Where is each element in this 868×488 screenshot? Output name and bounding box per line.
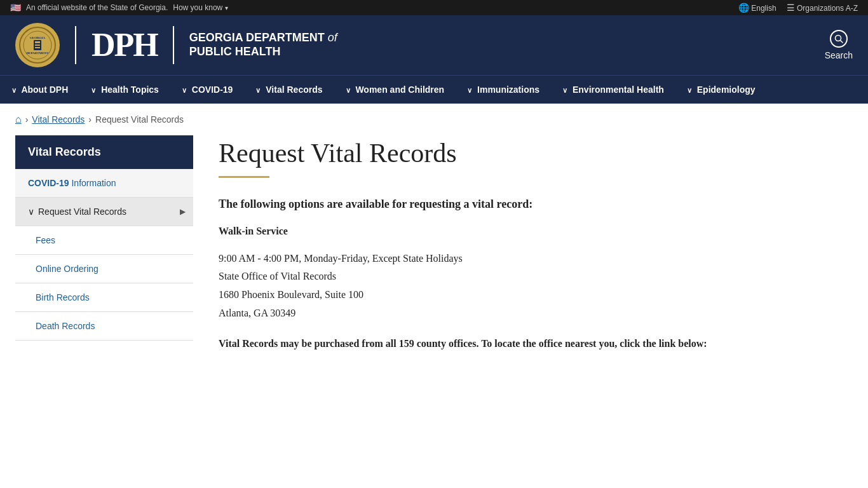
sidebar-item-covid19-info: COVID-19 Information xyxy=(15,169,193,198)
nav-label-env-health: Environmental Health xyxy=(573,85,664,95)
chevron-down-icon: ▾ xyxy=(225,4,228,11)
svg-rect-7 xyxy=(35,47,40,48)
sidebar-label-death-records: Death Records xyxy=(36,321,95,331)
breadcrumb-sep2: › xyxy=(88,114,92,125)
breadcrumb-vital-records-label: Vital Records xyxy=(32,114,85,125)
logo-divider xyxy=(75,26,76,64)
nav-link-about[interactable]: ∨ About DPH xyxy=(0,76,79,104)
svg-text:DEPARTMENT: DEPARTMENT xyxy=(26,51,49,55)
walk-in-address2: Atlanta, GA 30349 xyxy=(219,304,853,323)
nav-link-health-topics[interactable]: ∨ Health Topics xyxy=(79,76,170,104)
svg-rect-5 xyxy=(35,41,40,43)
covid19-rest: Information xyxy=(71,178,116,188)
nav-link-env-health[interactable]: ∨ Environmental Health xyxy=(551,76,675,104)
sidebar-item-online-ordering: Online Ordering xyxy=(15,255,193,283)
nav-chevron-health: ∨ xyxy=(91,86,96,94)
sidebar-item-death-records: Death Records xyxy=(15,312,193,341)
main-layout: Vital Records COVID-19 Information ∨ Req… xyxy=(0,135,868,387)
sidebar: Vital Records COVID-19 Information ∨ Req… xyxy=(15,135,193,362)
sidebar-item-birth-records: Birth Records xyxy=(15,283,193,312)
search-icon xyxy=(830,30,848,48)
nav-chevron-covid: ∨ xyxy=(182,86,187,94)
nav-chevron-vital: ∨ xyxy=(255,86,261,94)
intro-paragraph: The following options are available for … xyxy=(219,196,853,213)
nav-link-epidemiology[interactable]: ∨ Epidemiology xyxy=(675,76,767,104)
content-section: The following options are available for … xyxy=(219,196,853,351)
walk-in-title: Walk-in Service xyxy=(219,223,853,240)
dept-line1: GEORGIA DEPARTMENT xyxy=(189,31,325,44)
main-nav: ∨ About DPH ∨ Health Topics ∨ COVID-19 ∨… xyxy=(0,75,868,104)
nav-link-vital-records[interactable]: ∨ Vital Records xyxy=(244,76,334,104)
how-you-know-label: How you know xyxy=(173,3,222,12)
covid19-bold: COVID-19 xyxy=(28,178,69,188)
walk-in-hours: 9:00 AM - 4:00 PM, Monday-Friday, Except… xyxy=(219,250,853,268)
department-name: GEORGIA DEPARTMENT of PUBLIC HEALTH xyxy=(189,31,337,58)
nav-label-covid: COVID-19 xyxy=(192,85,233,95)
county-paragraph: Vital Records may be purchased from all … xyxy=(219,336,853,352)
main-content: Request Vital Records The following opti… xyxy=(219,135,853,362)
organizations-link[interactable]: ☰ Organizations A-Z xyxy=(787,3,858,13)
nav-label-women-children: Women and Children xyxy=(355,85,444,95)
breadcrumb-vital-records-link[interactable]: Vital Records xyxy=(32,114,85,125)
nav-link-immunizations[interactable]: ∨ Immunizations xyxy=(456,76,551,104)
top-bar-left: 🇺🇸 An official website of the State of G… xyxy=(10,3,228,13)
svg-text:GEORGIA: GEORGIA xyxy=(30,36,46,39)
sidebar-label-request-vital: Request Vital Records xyxy=(38,207,126,217)
svg-line-9 xyxy=(840,41,843,43)
english-link[interactable]: 🌐 English xyxy=(738,3,776,13)
sidebar-label-fees: Fees xyxy=(36,235,55,245)
sidebar-label-online-ordering: Online Ordering xyxy=(36,264,98,274)
nav-item-vital-records: ∨ Vital Records xyxy=(244,76,334,104)
site-header: GEORGIA DEPARTMENT DPH GEORGIA DEPARTMEN… xyxy=(0,15,868,75)
nav-chevron-immunizations: ∨ xyxy=(467,86,472,94)
nav-item-health-topics: ∨ Health Topics xyxy=(79,76,170,104)
georgia-flag-icon: 🇺🇸 xyxy=(10,3,21,13)
walk-in-details: 9:00 AM - 4:00 PM, Monday-Friday, Except… xyxy=(219,250,853,323)
nav-label-epidemiology: Epidemiology xyxy=(697,85,756,95)
how-you-know-link[interactable]: How you know ▾ xyxy=(173,3,227,12)
nav-list: ∨ About DPH ∨ Health Topics ∨ COVID-19 ∨… xyxy=(0,76,868,104)
walk-in-office: State Office of Vital Records xyxy=(219,268,853,286)
search-button[interactable]: Search xyxy=(825,30,853,60)
nav-chevron-epi: ∨ xyxy=(687,86,692,94)
nav-label-health-topics: Health Topics xyxy=(101,85,159,95)
nav-item-epidemiology: ∨ Epidemiology xyxy=(675,76,767,104)
dph-letters: DPH xyxy=(92,29,158,62)
top-bar-right: 🌐 English ☰ Organizations A-Z xyxy=(738,3,858,13)
nav-item-about: ∨ About DPH xyxy=(0,76,79,104)
english-label: English xyxy=(751,4,776,13)
walk-in-address1: 1680 Phoenix Boulevard, Suite 100 xyxy=(219,286,853,304)
sidebar-link-online-ordering[interactable]: Online Ordering xyxy=(15,255,193,283)
organizations-label: Organizations A-Z xyxy=(797,4,858,13)
title-underline xyxy=(219,176,269,178)
home-icon: ⌂ xyxy=(15,114,22,125)
logo-divider2 xyxy=(173,26,174,64)
svg-rect-6 xyxy=(35,44,40,46)
nav-item-immunizations: ∨ Immunizations xyxy=(456,76,551,104)
nav-chevron-women: ∨ xyxy=(346,86,351,94)
official-text: An official website of the State of Geor… xyxy=(26,3,168,12)
globe-icon: 🌐 xyxy=(738,3,749,13)
sidebar-link-fees[interactable]: Fees xyxy=(15,226,193,254)
nav-chevron-env: ∨ xyxy=(562,86,567,94)
page-title: Request Vital Records xyxy=(219,138,853,168)
breadcrumb: ⌂ › Vital Records › Request Vital Record… xyxy=(0,104,868,135)
nav-link-covid[interactable]: ∨ COVID-19 xyxy=(170,76,244,104)
dept-of: of xyxy=(328,31,337,44)
search-label: Search xyxy=(825,50,853,60)
sidebar-link-birth-records[interactable]: Birth Records xyxy=(15,283,193,311)
sidebar-link-request-vital[interactable]: ∨ Request Vital Records xyxy=(15,198,193,226)
sidebar-title: Vital Records xyxy=(15,135,193,169)
nav-link-women-children[interactable]: ∨ Women and Children xyxy=(334,76,456,104)
sidebar-link-death-records[interactable]: Death Records xyxy=(15,312,193,340)
sidebar-item-request-vital: ∨ Request Vital Records xyxy=(15,198,193,226)
nav-label-immunizations: Immunizations xyxy=(477,85,539,95)
sidebar-link-covid19-info[interactable]: COVID-19 Information xyxy=(15,169,193,197)
sidebar-item-fees: Fees xyxy=(15,226,193,255)
breadcrumb-home[interactable]: ⌂ xyxy=(15,114,22,125)
org-icon: ☰ xyxy=(787,3,795,13)
georgia-seal: GEORGIA DEPARTMENT xyxy=(15,23,60,67)
nav-item-env-health: ∨ Environmental Health xyxy=(551,76,675,104)
logo-area: GEORGIA DEPARTMENT DPH GEORGIA DEPARTMEN… xyxy=(15,23,337,67)
breadcrumb-sep1: › xyxy=(25,114,29,125)
